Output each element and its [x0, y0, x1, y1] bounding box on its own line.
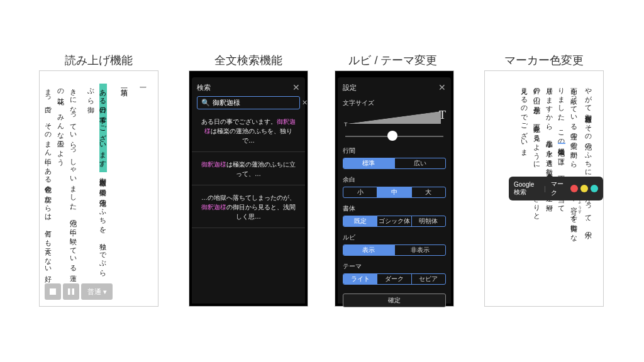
theme-segmented[interactable]: ライトダークセピア — [343, 273, 446, 285]
panel-title-search: 全文検索機能 — [189, 53, 308, 68]
svg-rect-0 — [50, 288, 56, 295]
pause-icon — [68, 288, 74, 295]
segment-option[interactable]: 広い — [394, 158, 446, 168]
section-heading: 第一項 — [118, 84, 130, 275]
margin-label: 余白 — [343, 175, 446, 184]
search-result-item[interactable]: ある日の事でございます。御釈迦様は極楽の蓮池のふちを、独りで… — [197, 117, 300, 145]
stop-icon — [50, 288, 56, 295]
segment-option[interactable]: 既定 — [343, 216, 377, 226]
confirm-button[interactable]: 確定 — [343, 293, 446, 307]
search-panel: 検索 ✕ 🔍 ✕ ある日の事でございます。御釈迦様は極楽の蓮池のふちを、独りで…… — [189, 70, 308, 307]
chevron-down-icon: ▾ — [103, 288, 107, 296]
search-result-item[interactable]: 御釈迦様は極楽の蓮池のふちに立って、… — [197, 160, 300, 178]
segment-option[interactable]: 標準 — [343, 158, 394, 168]
reader-panel-marker: やがて御釈迦様はその池のふちに御佇みになって、水の 面を蔽っている蓮の葉の間から… — [484, 70, 604, 307]
ruby-label: ルビ — [343, 233, 446, 242]
selection-popover: Google検索 | マーク — [509, 177, 603, 200]
body-line: まっ白で、そのまん中にある金色の蕊からは、何とも云えない好い匂が、絶間なく — [39, 84, 54, 275]
settings-sheet: 設定 ✕ 文字サイズ T T 行間 標準広い 余白 小中大 書体 既定ゴシック体… — [338, 77, 451, 304]
marker-color-group — [570, 185, 598, 192]
body-line: きになっていらっしゃいました。池の中に咲いている蓮の花は、みんな玉のよう — [54, 84, 79, 275]
segment-option[interactable]: セピア — [411, 274, 445, 284]
mark-action[interactable]: マーク — [551, 180, 565, 197]
small-t-icon: T — [344, 121, 348, 128]
theme-label: テーマ — [343, 262, 446, 271]
font-size-slider[interactable] — [343, 133, 446, 140]
segment-option[interactable]: ゴシック体 — [377, 216, 411, 226]
segment-option[interactable]: ダーク — [377, 274, 411, 284]
size-triangle-icon — [347, 111, 441, 124]
clear-search-button[interactable]: ✕ — [302, 99, 308, 107]
settings-header: 設定 — [343, 83, 357, 92]
tts-stop-button[interactable] — [45, 283, 61, 300]
segment-option[interactable]: 表示 — [343, 245, 394, 255]
segment-option[interactable]: ライト — [343, 274, 377, 284]
divider — [192, 228, 305, 228]
large-t-icon: T — [439, 109, 446, 122]
google-search-action[interactable]: Google検索 — [514, 181, 539, 197]
tts-speed-value: 普通 — [87, 287, 101, 297]
ruby: 容子ようす — [570, 199, 578, 211]
search-result-item[interactable]: …の地獄へ落ちてしまったのが、御釈迦様の御目から見ると、浅間しく思… — [197, 193, 300, 221]
font-size-label: 文字サイズ — [343, 99, 446, 107]
line-height-segmented[interactable]: 標準広い — [343, 158, 446, 169]
svg-rect-1 — [68, 288, 70, 295]
font-size-indicator: T T — [343, 110, 446, 131]
divider — [192, 151, 305, 152]
segment-option[interactable]: 非表示 — [394, 245, 446, 255]
search-icon: 🔍 — [201, 99, 210, 107]
font-family-label: 書体 — [343, 204, 446, 213]
margin-segmented[interactable]: 小中大 — [343, 187, 446, 198]
segment-option[interactable]: 小 — [343, 187, 377, 197]
reader-panel-tts: 一 第一項 ある日の事でございます。御釈迦様は極楽の蓮池のふちを、独りでぶらぶら… — [39, 70, 158, 307]
svg-rect-2 — [72, 288, 75, 295]
panel-title-ruby-theme: ルビ / テーマ変更 — [327, 53, 459, 68]
segment-option[interactable]: 明朝体 — [411, 216, 445, 226]
search-field[interactable]: 🔍 ✕ — [197, 96, 300, 109]
font-family-segmented[interactable]: 既定ゴシック体明朝体 — [343, 216, 446, 227]
ruby-segmented[interactable]: 表示非表示 — [343, 244, 446, 256]
marker-color-red[interactable] — [570, 185, 578, 192]
search-hit: 御釈迦様 — [201, 204, 226, 211]
segment-option[interactable]: 中 — [377, 187, 411, 197]
tts-pause-button[interactable] — [63, 283, 79, 300]
marker-color-cyan[interactable] — [591, 185, 598, 192]
slider-knob[interactable] — [387, 131, 397, 141]
search-header: 検索 — [197, 83, 211, 92]
close-button[interactable]: ✕ — [292, 82, 300, 92]
tts-current-sentence: ある日の事でございます。 — [99, 84, 107, 172]
search-hit: 御釈迦様 — [201, 161, 226, 168]
segment-option[interactable]: 大 — [411, 187, 445, 197]
divider — [192, 185, 305, 185]
panel-title-marker: マーカー色変更 — [484, 53, 604, 68]
tts-control-bar: 普通 ▾ — [45, 283, 113, 300]
line-height-label: 行間 — [343, 146, 446, 155]
marker-color-yellow[interactable] — [580, 185, 588, 192]
search-sheet: 検索 ✕ 🔍 ✕ ある日の事でございます。御釈迦様は極楽の蓮池のふちを、独りで…… — [192, 77, 305, 304]
tts-speed-select[interactable]: 普通 ▾ — [81, 283, 113, 300]
body-line: ある日の事でございます。御釈迦様は極楽の蓮池のふちを、独りでぶらぶら御 — [84, 84, 109, 275]
chapter-number: 一 — [136, 84, 149, 275]
close-button[interactable]: ✕ — [438, 82, 446, 92]
search-input[interactable] — [213, 99, 299, 107]
settings-panel: 設定 ✕ 文字サイズ T T 行間 標準広い 余白 小中大 書体 既定ゴシック体… — [335, 70, 454, 307]
panel-title-tts: 読み上げ機能 — [39, 53, 158, 68]
